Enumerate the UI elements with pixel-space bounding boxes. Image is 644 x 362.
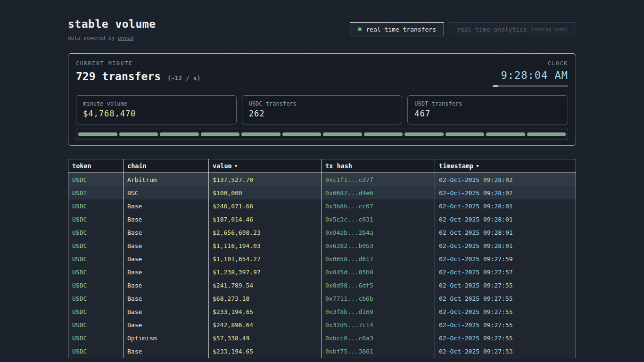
chain-cell: Base (124, 213, 209, 226)
timestamp-cell: 02-Oct-2025 09:28:01 (435, 199, 575, 213)
minute-volume-label: minute volume (83, 100, 230, 107)
tx-hash-link[interactable]: 0x8d98...6df5 (322, 279, 435, 292)
chain-cell: Base (124, 305, 209, 318)
tx-hash-link[interactable]: 0x0658...d617 (322, 252, 435, 265)
value-cell: $1,238,397.97 (209, 265, 322, 279)
clock-label: CLOCK (493, 60, 568, 66)
chain-cell: Base (124, 265, 209, 279)
timestamp-cell: 02-Oct-2025 09:28:01 (435, 239, 575, 252)
timestamp-cell: 02-Oct-2025 09:27:55 (435, 279, 575, 292)
chain-cell: Base (124, 252, 209, 265)
tx-hash-link[interactable]: 0xbf75...3661 (322, 345, 435, 358)
table-row: USDC Base $1,238,397.97 0x045d...05b8 02… (68, 265, 576, 279)
timestamp-cell: 02-Oct-2025 09:27:53 (435, 345, 575, 358)
col-header-tx-hash: tx hash (322, 159, 435, 173)
token-cell: USDC (68, 292, 124, 305)
value-cell: $233,194.65 (209, 305, 322, 318)
table-row: USDC Base $187,014.46 0x5c3c...c031 02-O… (68, 213, 576, 226)
interval-segment (160, 132, 199, 136)
tx-hash-link[interactable]: 0x32d5...7c14 (322, 318, 435, 331)
value-cell: $1,101,654.27 (209, 252, 322, 265)
interval-segment (78, 132, 117, 136)
timestamp-cell: 02-Oct-2025 09:28:02 (435, 186, 575, 199)
usdc-transfers-card: USDC transfers 262 (242, 95, 403, 124)
token-cell: USDT (68, 186, 124, 199)
table-row: USDT BSC $100,000 0x6687...d4e6 02-Oct-2… (68, 186, 576, 199)
live-indicator-dot (358, 27, 362, 31)
value-cell: $233,194.65 (209, 345, 322, 358)
tab-transfers-label: real-time transfers (366, 26, 436, 33)
view-tabs: real-time transfers real-time analytics … (350, 22, 576, 36)
timestamp-cell: 02-Oct-2025 09:27:55 (435, 292, 575, 305)
sort-desc-icon: ▼ (235, 164, 237, 168)
transfers-count-value: 729 transfers (76, 70, 161, 82)
main-content: stable volume data powered by envio real… (68, 0, 576, 358)
value-cell: $2,656,698.23 (209, 226, 322, 239)
tx-hash-link[interactable]: 0xbcc0...c6a3 (322, 331, 435, 345)
timestamp-cell: 02-Oct-2025 09:27:55 (435, 318, 575, 331)
value-cell: $100,000 (209, 186, 322, 199)
chain-cell: BSC (124, 186, 209, 199)
page-header: stable volume data powered by envio real… (68, 0, 576, 41)
value-cell: $246,071.66 (209, 199, 322, 213)
timestamp-cell: 02-Oct-2025 09:27:59 (435, 252, 575, 265)
interval-segment (241, 132, 281, 136)
table-row: USDC Base $1,101,654.27 0x0658...d617 02… (68, 252, 576, 265)
value-cell: $1,116,194.03 (209, 239, 322, 252)
clock-progress-fill (493, 85, 498, 87)
clock-time: 9:28:04 AM (493, 69, 568, 81)
subtitle-text: data powered by (68, 35, 118, 41)
tx-hash-link[interactable]: 0x3b8b...cc07 (322, 199, 435, 213)
col-header-token: token (68, 159, 124, 173)
current-minute-label: CURRENT MINUTE (76, 60, 200, 66)
table-row: USDC Base $241,789.54 0x8d98...6df5 02-O… (68, 279, 576, 292)
minute-volume-card: minute volume $4,768,470 (76, 95, 237, 124)
interval-segment (364, 132, 403, 136)
tx-hash-link[interactable]: 0x6687...d4e6 (322, 186, 435, 199)
timestamp-cell: 02-Oct-2025 09:27:57 (435, 265, 575, 279)
tx-hash-link[interactable]: 0x6282...b053 (322, 239, 435, 252)
token-cell: USDC (68, 345, 124, 358)
tx-hash-link[interactable]: 0x3f8b...d169 (322, 305, 435, 318)
usdt-transfers-label: USDT transfers (414, 100, 561, 107)
tab-realtime-transfers[interactable]: real-time transfers (350, 22, 444, 36)
table-row: USDC Arbitrum $137,527.70 0xc1f1...cd7f … (68, 173, 576, 186)
envio-link[interactable]: envio (118, 35, 133, 41)
token-cell: USDC (68, 239, 124, 252)
table-row: USDC Optimism $57,338.49 0xbcc0...c6a3 0… (68, 331, 576, 345)
tab-analytics-label: real-time analytics (457, 26, 527, 33)
interval-segment (201, 132, 240, 136)
value-cell: $68,273.18 (209, 292, 322, 305)
tab-realtime-analytics: real-time analytics (coming soon) (449, 22, 576, 36)
tx-hash-link[interactable]: 0x7711...cb6b (322, 292, 435, 305)
sort-desc-icon: ▼ (476, 164, 479, 168)
interval-segment (446, 132, 485, 136)
token-cell: USDC (68, 331, 124, 345)
tx-hash-link[interactable]: 0x045d...05b8 (322, 265, 435, 279)
current-minute-panel: CURRENT MINUTE 729 transfers (~12 / s) C… (68, 53, 576, 146)
stat-cards: minute volume $4,768,470 USDC transfers … (76, 95, 568, 124)
table-row: USDC Base $242,896.64 0x32d5...7c14 02-O… (68, 318, 576, 331)
interval-segment (119, 132, 158, 136)
col-header-timestamp[interactable]: timestamp▼ (435, 159, 575, 173)
interval-segment (323, 132, 362, 136)
token-cell: USDC (68, 265, 124, 279)
token-cell: USDC (68, 279, 124, 292)
chain-cell: Base (124, 226, 209, 239)
chain-cell: Arbitrum (124, 173, 209, 186)
coming-soon-label: (coming soon) (531, 27, 568, 32)
table-row: USDC Base $246,071.66 0x3b8b...cc07 02-O… (68, 199, 576, 213)
interval-segment (527, 132, 566, 136)
token-cell: USDC (68, 305, 124, 318)
value-cell: $57,338.49 (209, 331, 322, 345)
value-cell: $241,789.54 (209, 279, 322, 292)
tx-hash-link[interactable]: 0xc1f1...cd7f (322, 173, 435, 186)
transfers-rate: (~12 / s) (167, 74, 200, 82)
tx-hash-link[interactable]: 0x94ab...2b4a (322, 226, 435, 239)
tx-hash-link[interactable]: 0x5c3c...c031 (322, 213, 435, 226)
col-header-value[interactable]: value▼ (209, 159, 322, 173)
transfers-table: token chain value▼ tx hash timestamp▼ US… (68, 159, 576, 358)
chain-cell: Base (124, 199, 209, 213)
table-row: USDC Base $233,194.65 0xbf75...3661 02-O… (68, 345, 576, 358)
table-row: USDC Base $2,656,698.23 0x94ab...2b4a 02… (68, 226, 576, 239)
